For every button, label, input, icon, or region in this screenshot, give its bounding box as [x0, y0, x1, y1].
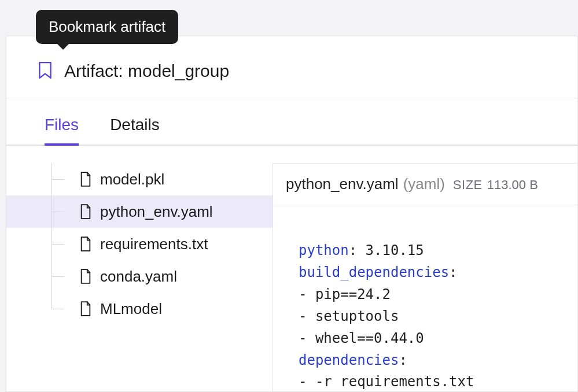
file-icon [79, 268, 92, 284]
file-tree-item[interactable]: MLmodel [6, 293, 273, 325]
tab-label: Details [110, 116, 160, 134]
file-name: conda.yaml [100, 268, 177, 286]
content-area: model.pklpython_env.yamlrequirements.txt… [6, 146, 577, 392]
file-viewer: python_env.yaml (yaml) SIZE 113.00 B pyt… [273, 163, 577, 392]
tab-label: Files [45, 116, 79, 134]
file-icon [79, 236, 92, 252]
file-icon [79, 204, 92, 220]
file-name: MLmodel [100, 300, 162, 318]
viewer-filetype: (yaml) [403, 175, 445, 193]
bookmark-tooltip: Bookmark artifact [36, 10, 178, 44]
file-icon [79, 301, 92, 317]
file-tree-item[interactable]: model.pkl [6, 163, 273, 195]
viewer-header: python_env.yaml (yaml) SIZE 113.00 B [273, 164, 577, 205]
artifact-header: Artifact: model_group [6, 36, 577, 98]
page-title: Artifact: model_group [64, 61, 229, 81]
tab-files[interactable]: Files [45, 116, 79, 145]
file-tree: model.pklpython_env.yamlrequirements.txt… [6, 158, 273, 392]
viewer-filename: python_env.yaml [286, 175, 399, 193]
file-icon [79, 171, 92, 187]
file-name: model.pkl [100, 171, 164, 188]
file-name: requirements.txt [100, 235, 208, 253]
code-block: python: 3.10.15 build_dependencies: - pi… [273, 205, 577, 392]
tab-details[interactable]: Details [110, 116, 160, 145]
artifact-panel: Artifact: model_group Files Details mode… [6, 36, 578, 392]
file-tree-item[interactable]: requirements.txt [6, 228, 273, 260]
viewer-size-value: 113.00 B [487, 177, 538, 193]
bookmark-icon[interactable] [38, 61, 53, 82]
tab-bar: Files Details [6, 98, 577, 146]
file-tree-item[interactable]: conda.yaml [6, 260, 273, 293]
file-name: python_env.yaml [100, 203, 213, 221]
viewer-size-label: SIZE [453, 177, 483, 193]
tooltip-text: Bookmark artifact [49, 18, 165, 35]
file-tree-item[interactable]: python_env.yaml [6, 195, 273, 228]
